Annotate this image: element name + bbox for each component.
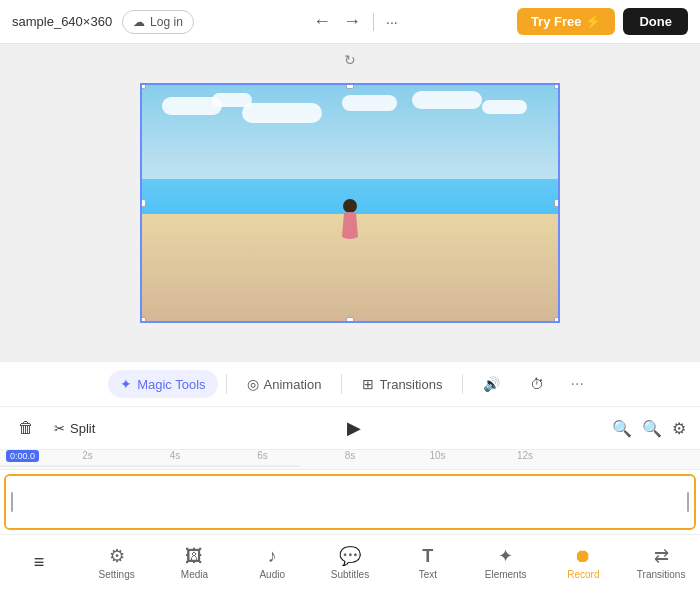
toolbar-separator-2 <box>341 374 342 394</box>
resize-handle-tl[interactable] <box>140 83 146 89</box>
toolbar: ✦ Magic Tools ◎ Animation ⊞ Transitions … <box>0 361 700 406</box>
playhead-time: 0:00.0 <box>6 450 39 462</box>
nav-item-record[interactable]: ⏺ Record <box>544 546 622 580</box>
animation-icon: ◎ <box>247 376 259 392</box>
scissors-icon: ✂ <box>54 421 65 436</box>
ruler-8s: 8s <box>345 450 356 461</box>
nav-item-menu[interactable]: ≡ <box>0 552 78 573</box>
video-frame[interactable] <box>140 83 560 323</box>
ruler-6s: 6s <box>257 450 268 461</box>
animation-button[interactable]: ◎ Animation <box>235 370 334 398</box>
transitions-icon: ⊞ <box>362 376 374 392</box>
toolbar-separator-1 <box>226 374 227 394</box>
more-tools-button[interactable]: ··· <box>562 371 591 397</box>
settings-nav-icon: ⚙ <box>109 545 125 567</box>
video-track[interactable] <box>4 474 696 530</box>
bolt-icon: ⚡ <box>585 14 601 29</box>
ruler-12s: 12s <box>517 450 533 461</box>
resize-handle-ml[interactable] <box>140 199 146 207</box>
ruler-2s: 2s <box>82 450 93 461</box>
timeline-area: 0:00.0 2s 4s 6s 8s 10s 12s <box>0 450 700 534</box>
audio-nav-label: Audio <box>259 569 285 580</box>
nav-item-media[interactable]: 🖼 Media <box>156 546 234 580</box>
person-figure <box>336 199 364 254</box>
speed-icon: ⏱ <box>530 376 544 392</box>
nav-item-settings[interactable]: ⚙ Settings <box>78 545 156 580</box>
resize-handle-bm[interactable] <box>346 317 354 323</box>
track-handle-right[interactable] <box>682 476 694 528</box>
trash-icon: 🗑 <box>18 419 34 437</box>
top-bar-left: sample_640×360 ☁ Log in <box>12 10 194 34</box>
record-nav-label: Record <box>567 569 599 580</box>
volume-icon: 🔊 <box>483 376 500 392</box>
speed-tool-button[interactable]: ⏱ <box>518 370 556 398</box>
magic-icon: ✦ <box>120 376 132 392</box>
playhead[interactable]: 0:00.0 <box>6 450 39 469</box>
top-bar-right: Try Free ⚡ Done <box>517 8 688 35</box>
subtitles-nav-label: Subtitles <box>331 569 369 580</box>
edit-bar-left: 🗑 ✂ Split <box>14 415 95 441</box>
cloud-icon: ☁ <box>133 15 145 29</box>
text-nav-icon: T <box>422 546 433 567</box>
elements-nav-label: Elements <box>485 569 527 580</box>
zoom-out-button[interactable]: 🔍 <box>612 419 632 438</box>
top-bar-center: ← → ··· <box>313 11 398 32</box>
login-button[interactable]: ☁ Log in <box>122 10 194 34</box>
resize-handle-tr[interactable] <box>554 83 560 89</box>
timeline-track[interactable] <box>0 470 700 534</box>
track-handle-left[interactable] <box>6 476 18 528</box>
file-name: sample_640×360 <box>12 14 112 29</box>
media-nav-label: Media <box>181 569 208 580</box>
record-nav-icon: ⏺ <box>574 546 592 567</box>
nav-item-text[interactable]: T Text <box>389 546 467 580</box>
settings-nav-label: Settings <box>99 569 135 580</box>
undo-button[interactable]: ← <box>313 11 331 32</box>
zoom-in-icon: 🔍 <box>642 420 662 437</box>
media-nav-icon: 🖼 <box>185 546 203 567</box>
magic-tools-button[interactable]: ✦ Magic Tools <box>108 370 217 398</box>
done-button[interactable]: Done <box>623 8 688 35</box>
rotate-handle[interactable]: ↻ <box>340 50 360 70</box>
zoom-in-button[interactable]: 🔍 <box>642 419 662 438</box>
subtitles-nav-icon: 💬 <box>339 545 361 567</box>
nav-item-transitions[interactable]: ⇄ Transitions <box>622 545 700 580</box>
nav-separator <box>373 13 374 31</box>
ruler-dots <box>0 450 300 470</box>
audio-tool-button[interactable]: 🔊 <box>471 370 512 398</box>
resize-handle-br[interactable] <box>554 317 560 323</box>
try-free-button[interactable]: Try Free ⚡ <box>517 8 616 35</box>
play-icon: ▶ <box>347 417 361 439</box>
ruler-4s: 4s <box>170 450 181 461</box>
svg-point-0 <box>343 199 357 213</box>
gear-icon: ⚙ <box>672 420 686 437</box>
transitions-button[interactable]: ⊞ Transitions <box>350 370 454 398</box>
timeline-settings-button[interactable]: ⚙ <box>672 419 686 438</box>
resize-handle-bl[interactable] <box>140 317 146 323</box>
zoom-out-icon: 🔍 <box>612 420 632 437</box>
delete-button[interactable]: 🗑 <box>14 415 38 441</box>
nav-item-elements[interactable]: ✦ Elements <box>467 545 545 580</box>
nav-item-subtitles[interactable]: 💬 Subtitles <box>311 545 389 580</box>
play-button[interactable]: ▶ <box>338 412 370 444</box>
bottom-nav: ≡ ⚙ Settings 🖼 Media ♪ Audio 💬 Subtitles… <box>0 534 700 590</box>
preview-area: ↻ <box>0 44 700 361</box>
redo-button[interactable]: → <box>343 11 361 32</box>
elements-nav-icon: ✦ <box>498 545 513 567</box>
nav-item-audio[interactable]: ♪ Audio <box>233 546 311 580</box>
top-bar: sample_640×360 ☁ Log in ← → ··· Try Free… <box>0 0 700 44</box>
resize-handle-mr[interactable] <box>554 199 560 207</box>
menu-icon: ≡ <box>34 552 45 573</box>
toolbar-separator-3 <box>462 374 463 394</box>
ruler-10s: 10s <box>429 450 445 461</box>
edit-bar: 🗑 ✂ Split ▶ 🔍 🔍 ⚙ <box>0 406 700 450</box>
resize-handle-tm[interactable] <box>346 83 354 89</box>
audio-nav-icon: ♪ <box>268 546 277 567</box>
transitions-nav-label: Transitions <box>637 569 686 580</box>
text-nav-label: Text <box>419 569 437 580</box>
timeline-ruler: 0:00.0 2s 4s 6s 8s 10s 12s <box>0 450 700 470</box>
split-button[interactable]: ✂ Split <box>54 421 95 436</box>
transitions-nav-icon: ⇄ <box>654 545 669 567</box>
more-options-button[interactable]: ··· <box>386 14 398 30</box>
edit-bar-right: 🔍 🔍 ⚙ <box>612 419 686 438</box>
